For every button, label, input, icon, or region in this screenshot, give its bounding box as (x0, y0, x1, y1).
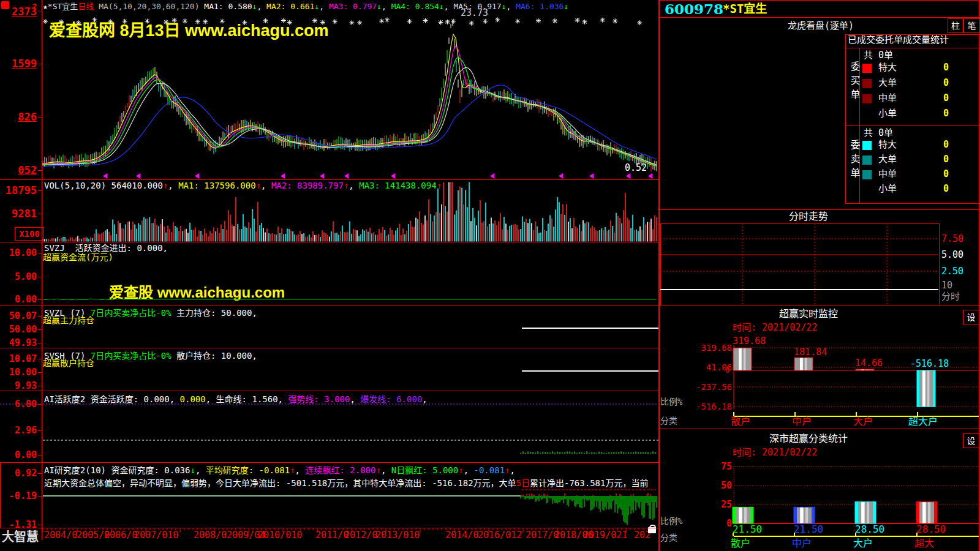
bar-mode-button[interactable]: 柱 (948, 18, 963, 33)
shenzhen-category-label: 大户 (853, 538, 873, 549)
axis-label: 6.00 (0, 399, 37, 410)
monitor-axis-label: -516.18 (695, 402, 732, 411)
axis-label: 9.93 (0, 381, 37, 391)
fs-axis-label: 10 (941, 280, 952, 291)
monitor-axis-label: -237.56 (695, 382, 732, 392)
axis-label: 0.00 (0, 450, 37, 460)
buy-orders-side-label: 委买单 (848, 61, 859, 103)
axis-tick (38, 190, 42, 191)
axis-label: 10.00 (0, 367, 37, 378)
sell-orders-side-label: 委卖单 (848, 140, 859, 182)
fs-chart[interactable] (658, 209, 980, 305)
timeline-date-label: 2014/0 (445, 530, 478, 541)
fs-axis-label: 分时 (941, 291, 960, 302)
axis-label: -0.19 (0, 491, 37, 501)
order-row-label: 特大 (878, 62, 897, 73)
order-row: 特大0 (861, 62, 976, 76)
stats-box-line (845, 34, 846, 203)
axis-tick (38, 253, 42, 253)
timeline-date-label: 2010/010 (258, 530, 302, 541)
svsh-value-line (522, 370, 658, 372)
order-row-label: 中单 (878, 93, 897, 103)
order-row: 特大0 (861, 140, 976, 153)
monitor-bar-value: 181.84 (794, 347, 827, 358)
order-row: 小单0 (861, 184, 976, 197)
stats-box-line (845, 203, 980, 204)
axis-tick (38, 277, 42, 277)
monitor-zero-label: 0 (725, 367, 729, 375)
fs-axis-label: 2.50 (941, 266, 963, 277)
shenzhen-axis-label: 75 (707, 462, 732, 472)
order-row-value: 0 (943, 184, 949, 194)
last-price-label: 0.52 (625, 163, 647, 173)
shenzhen-category-label: 散户 (731, 538, 750, 549)
peak-price-label: 23.73 (461, 8, 488, 18)
brand-label: 大智慧 (2, 530, 39, 544)
order-row-value: 0 (943, 154, 949, 165)
shenzhen-bar-value: 21.50 (733, 524, 762, 535)
order-size-swatch-icon (862, 141, 872, 150)
shenzhen-bar-value: 28.50 (916, 524, 946, 535)
volume-chart[interactable] (0, 179, 658, 242)
axis-label: 052 (0, 165, 37, 177)
axis-tick (38, 299, 42, 300)
lock-shackle-icon (649, 525, 656, 530)
axis-label: 50.00 (0, 324, 37, 335)
sep-svzl (0, 305, 658, 305)
ai-research-chart[interactable] (0, 462, 658, 528)
shenzhen-axis-label: 25 (707, 500, 732, 510)
shenzhen-ratio-label: 比例% (660, 516, 682, 526)
ai-active-chart[interactable] (0, 391, 658, 462)
fs-axis-label: 5.00 (941, 250, 963, 260)
svzj-chart[interactable] (0, 242, 658, 305)
stock-code: 600978 (665, 1, 723, 17)
axis-label: 9281 (0, 208, 37, 220)
timeline-date-label: 2006/0 (104, 530, 137, 541)
order-size-swatch-icon (862, 170, 872, 179)
order-row-value: 0 (943, 108, 949, 119)
axis-tick (38, 329, 42, 330)
axis-tick (38, 343, 42, 343)
order-row: 中单0 (861, 169, 976, 182)
dzh-trading-app: ? ★*ST宜生日线 MA(5,10,20,30,60,120) MA1: 0.… (0, 0, 980, 551)
timeline-date-label: 2012/0 (344, 530, 377, 541)
monitor-bar-value: 14.66 (855, 358, 883, 369)
order-size-swatch-icon (862, 94, 872, 103)
axis-label: 18795 (0, 185, 37, 197)
axis-tick (38, 117, 42, 118)
sep-vol (0, 179, 658, 180)
svsh-sub: 超赢散户持仓 (43, 358, 94, 368)
axis-tick (38, 12, 42, 12)
axis-tick (38, 404, 42, 405)
tick-mode-button[interactable]: 笔 (963, 18, 980, 33)
monitor-bar-value: -516.18 (910, 359, 949, 369)
timeline-date-label: 2004/0 (44, 530, 77, 541)
buy-total: 共 0单 (864, 50, 893, 61)
order-row-label: 大单 (878, 154, 897, 165)
axis-label: 0.00 (0, 294, 37, 305)
axis-label: 49.93 (0, 338, 37, 348)
order-row-label: 特大 (878, 140, 897, 150)
title-box-bottom (658, 17, 980, 18)
price-axis-line (42, 0, 42, 540)
monitor-ratio-label: 比例% (660, 397, 682, 407)
monitor-class-label: 分类 (660, 416, 677, 425)
shenzhen-bar-value: 28.50 (855, 524, 884, 535)
text-segment: 7日内买卖净占比-0% (91, 351, 172, 361)
timeline-date-label: 2007/010 (134, 530, 178, 541)
axis-label: 10.07 (0, 354, 37, 364)
order-row-value: 0 (943, 62, 949, 73)
timeline-date-label: 2016/012 (478, 530, 522, 541)
axis-tick (38, 430, 42, 431)
order-size-swatch-icon (862, 156, 872, 165)
sep-ai1 (0, 391, 658, 391)
shenzhen-category-label: 中户 (792, 538, 812, 549)
order-row: 中单0 (861, 93, 976, 107)
kline-chart[interactable] (0, 0, 658, 179)
sep-svsh (0, 348, 658, 348)
axis-tick (38, 386, 42, 386)
order-row: 大单0 (861, 154, 976, 168)
monitor-bar-value: 319.68 (733, 336, 766, 347)
order-row-label: 小单 (878, 184, 897, 194)
axis-label: 2.96 (0, 425, 37, 436)
